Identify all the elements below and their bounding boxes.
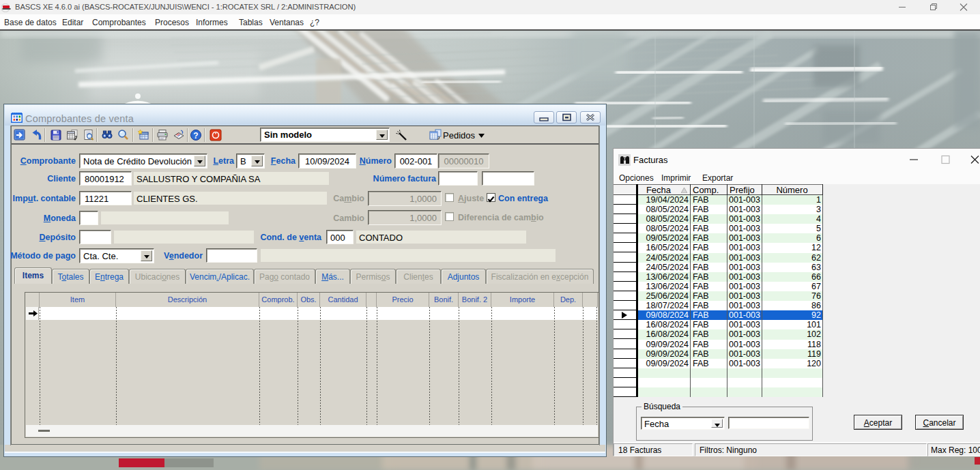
svg-text:?: ? (193, 131, 198, 141)
